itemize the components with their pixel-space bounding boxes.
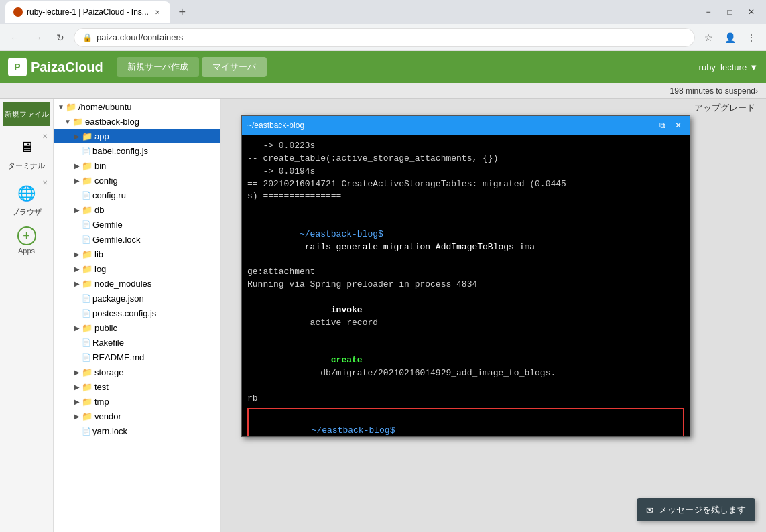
upgrade-banner[interactable]: アップグレード: [684, 99, 766, 117]
tab-bar: ruby-lecture-1 | PaizaCloud - Ins... ✕ +: [5, 1, 694, 23]
readme-label: README.md: [92, 352, 218, 362]
eastback-label: eastback-blog: [85, 117, 218, 127]
configru-file-icon: 📄: [82, 191, 90, 200]
tree-folder-test[interactable]: ▶ 📁 test: [54, 379, 220, 394]
packagejson-icon: 📄: [82, 294, 90, 303]
terminal-body[interactable]: -> 0.0223s -- create_table(:active_stora…: [242, 135, 690, 436]
menu-button[interactable]: ⋮: [742, 28, 761, 47]
lock-icon: 🔒: [82, 33, 92, 42]
create-value: db/migrate/20210216014929_add_image_to_b…: [300, 368, 556, 378]
close-button[interactable]: ✕: [742, 3, 761, 21]
message-label: メッセージを残します: [659, 504, 746, 516]
terminal-close-button[interactable]: ✕: [672, 119, 684, 131]
gemfilelock-label: Gemfile.lock: [92, 235, 218, 245]
user-dropdown-icon: ▼: [749, 62, 758, 72]
tree-folder-vendor[interactable]: ▶ 📁 vendor: [54, 409, 220, 423]
tree-file-gemfilelock[interactable]: · 📄 Gemfile.lock: [54, 232, 220, 247]
paiza-logo-icon: P: [8, 58, 27, 76]
tree-folder-config[interactable]: ▶ 📁 config: [54, 173, 220, 188]
tab-label: ruby-lecture-1 | PaizaCloud - Ins...: [27, 7, 149, 17]
tree-folder-tmp[interactable]: ▶ 📁 tmp: [54, 394, 220, 409]
tree-file-configru[interactable]: · 📄 config.ru: [54, 188, 220, 202]
user-menu[interactable]: ruby_lecture ▼: [699, 62, 758, 72]
db-folder-icon: 📁: [82, 205, 92, 215]
app-arrow-icon: ▶: [72, 133, 82, 140]
my-server-button[interactable]: マイサーバ: [202, 57, 267, 77]
packagejson-label: package.json: [92, 293, 218, 304]
rakefile-label: Rakefile: [92, 338, 218, 348]
terminal-line: [247, 203, 684, 216]
terminal-line: ~/eastback-blog$ rails generate migratio…: [247, 216, 684, 266]
tree-file-packagejson[interactable]: · 📄 package.json: [54, 291, 220, 306]
lib-folder-icon: 📁: [82, 249, 92, 259]
tree-folder-storage[interactable]: ▶ 📁 storage: [54, 364, 220, 379]
suspend-bar: 198 minutes to suspend ›: [0, 83, 766, 99]
new-server-button[interactable]: 新規サーバ作成: [117, 57, 199, 77]
root-arrow-icon: ▼: [56, 103, 66, 111]
tree-file-readme[interactable]: · 📄 README.md: [54, 350, 220, 364]
terminal-line: Running via Spring preloader in process …: [247, 279, 684, 291]
tree-folder-lib[interactable]: ▶ 📁 lib: [54, 247, 220, 261]
tab-close-button[interactable]: ✕: [153, 7, 162, 17]
nodemodules-arrow-icon: ▶: [72, 280, 82, 287]
message-button[interactable]: ✉ メッセージを残します: [637, 498, 755, 521]
paiza-logo: P PaizaCloud: [8, 58, 103, 76]
account-button[interactable]: 👤: [720, 28, 739, 47]
public-label: public: [94, 323, 218, 333]
terminal-line: invoke active_record: [247, 291, 684, 342]
terminal-line: create db/migrate/20210216014929_add_ima…: [247, 342, 684, 393]
storage-arrow-icon: ▶: [72, 369, 82, 376]
bookmark-button[interactable]: ☆: [699, 28, 718, 47]
public-folder-icon: 📁: [82, 323, 92, 333]
config-arrow-icon: ▶: [72, 177, 82, 184]
log-folder-icon: 📁: [82, 264, 92, 274]
add-apps-button[interactable]: + Apps: [3, 224, 50, 257]
terminal-prompt: ~/eastback-blog$: [312, 425, 395, 436]
log-label: log: [94, 264, 218, 274]
new-file-button[interactable]: 新規ファイル: [3, 102, 50, 126]
babel-label: babel.config.js: [92, 146, 218, 156]
tree-folder-log[interactable]: ▶ 📁 log: [54, 261, 220, 276]
tree-folder-nodemodules[interactable]: ▶ 📁 node_modules: [54, 276, 220, 291]
terminal-title-text: ~/eastback-blog: [247, 121, 652, 130]
terminal-prompt: ~/eastback-blog$: [300, 229, 383, 239]
tree-root[interactable]: ▼ 📁 /home/ubuntu: [54, 99, 220, 114]
rakefile-icon: 📄: [82, 338, 90, 347]
vendor-arrow-icon: ▶: [72, 413, 82, 420]
tree-folder-public[interactable]: ▶ 📁 public: [54, 320, 220, 335]
tree-file-gemfile[interactable]: · 📄 Gemfile: [54, 217, 220, 232]
refresh-button[interactable]: ↻: [51, 28, 70, 47]
tree-file-rakefile[interactable]: · 📄 Rakefile: [54, 335, 220, 350]
browser-icon: 🌐: [15, 182, 39, 206]
invoke-keyword: invoke: [300, 305, 363, 315]
minimize-button[interactable]: −: [699, 3, 718, 21]
tree-file-yarnlock[interactable]: · 📄 yarn.lock: [54, 423, 220, 438]
message-icon: ✉: [646, 505, 653, 515]
vendor-label: vendor: [94, 411, 218, 421]
tree-file-babel[interactable]: · 📄 babel.config.js: [54, 143, 220, 158]
file-tree: ▼ 📁 /home/ubuntu ▼ 📁 eastback-blog ▶ 📁 a…: [54, 99, 221, 532]
tree-folder-db[interactable]: ▶ 📁 db: [54, 202, 220, 217]
sidebar-item-browser[interactable]: ✕ 🌐 ブラウザ: [3, 178, 50, 221]
public-arrow-icon: ▶: [72, 324, 82, 332]
log-arrow-icon: ▶: [72, 265, 82, 273]
tree-folder-bin[interactable]: ▶ 📁 bin: [54, 158, 220, 173]
url-bar[interactable]: 🔒 paiza.cloud/containers: [74, 28, 695, 47]
sidebar-item-terminal[interactable]: ✕ 🖥 ターミナル: [3, 131, 50, 175]
tree-folder-app[interactable]: ▶ 📁 app: [54, 129, 220, 143]
tree-folder-eastback[interactable]: ▼ 📁 eastback-blog: [54, 114, 220, 129]
nodemodules-folder-icon: 📁: [82, 279, 92, 289]
active-tab[interactable]: ruby-lecture-1 | PaizaCloud - Ins... ✕: [5, 1, 170, 23]
terminal-close-icon[interactable]: ✕: [42, 133, 48, 140]
browser-close-icon[interactable]: ✕: [42, 179, 48, 186]
maximize-button[interactable]: □: [720, 3, 739, 21]
terminal-window: ~/eastback-blog ⧉ ✕ -> 0.0223s -- create…: [241, 115, 690, 437]
tree-file-postcss[interactable]: · 📄 postcss.config.js: [54, 306, 220, 320]
window-controls: − □ ✕: [699, 3, 761, 21]
forward-button[interactable]: →: [28, 28, 47, 47]
terminal-restore-button[interactable]: ⧉: [656, 119, 668, 131]
url-text: paiza.cloud/containers: [97, 32, 183, 42]
terminal-line: == 20210216014721 CreateActiveStorageTab…: [247, 178, 684, 191]
new-tab-button[interactable]: +: [173, 3, 192, 21]
back-button[interactable]: ←: [5, 28, 24, 47]
